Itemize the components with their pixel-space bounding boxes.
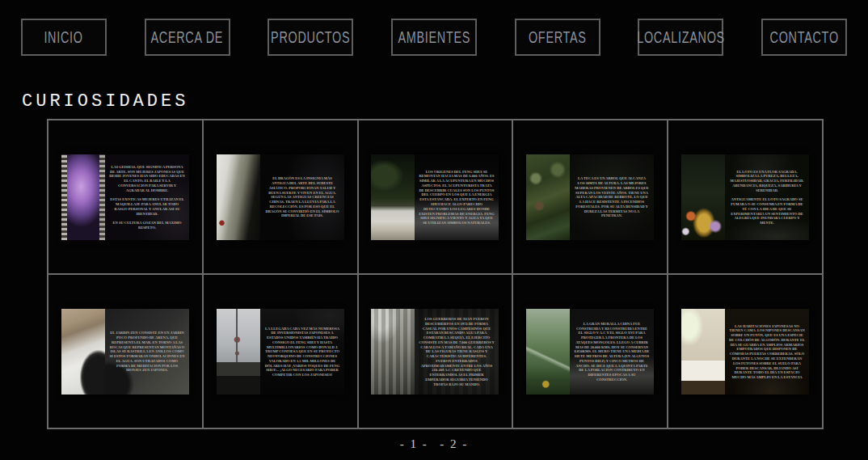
card-text-panel: LA LLEGADA CADA VEZ MÁS NUMEROSA DE INVE… — [260, 309, 344, 395]
curiosity-card-geishas: LAS GEISHAS, QUE SIGNIFICA PERSONA DE AR… — [61, 154, 189, 240]
terracotta-warriors-photo — [371, 309, 415, 395]
card-text: EL JARDIN ZEN CONSISTE EN UN JARDIN POCO… — [109, 331, 185, 373]
nav-productos-label: PRODUCTOS — [271, 28, 350, 47]
japanese-bedroom-photo — [681, 309, 725, 395]
card-text-panel: LA GRAN MURALLA CHINA FUE CONSTRUIDA Y R… — [570, 309, 654, 395]
great-wall-photo — [526, 309, 570, 395]
card-text-panel: LAS HABITACIONES JAPONESAS NO TIENEN CAM… — [725, 309, 809, 395]
nav-inicio[interactable]: INICIO — [21, 19, 107, 56]
grid-cell: LAS HABITACIONES JAPONESAS NO TIENEN CAM… — [668, 275, 822, 428]
curiosity-card-loto: EL LOTO ES UNA FLOR SAGRADA. SIMBOLIZA L… — [681, 154, 809, 240]
page-title: CURIOSIDADES — [22, 91, 868, 112]
shanghai-tower-photo — [217, 309, 260, 395]
nav-ofertas-label: OFERTAS — [529, 28, 587, 47]
card-text: LA GRAN MURALLA CHINA FUE CONSTRUIDA Y R… — [574, 321, 650, 382]
card-text: LOS ORIGENES DEL FENG SHUI SE REMONTAN H… — [419, 169, 495, 225]
asian-statue-photo — [217, 154, 260, 240]
curiosity-card-dragon: EL DRAGÓN ES LA INSIGNIA MÁS ANTIGUA DEL… — [217, 154, 344, 240]
grid-cell: EL DRAGÓN ES LA INSIGNIA MÁS ANTIGUA DEL… — [204, 120, 357, 273]
curiosity-card-inversionistas: LA LLEGADA CADA VEZ MÁS NUMEROSA DE INVE… — [217, 309, 344, 395]
grid-cell: LAS GEISHAS, QUE SIGNIFICA PERSONA DE AR… — [48, 120, 202, 273]
card-text: LOS GUERREROS DE XIAN FUERON DESCUBIERTO… — [419, 316, 495, 386]
curiosities-grid: LAS GEISHAS, QUE SIGNIFICA PERSONA DE AR… — [47, 119, 824, 429]
curiosity-card-teca: LA TECA ES UN ARBOL QUE ALCANZA LOS 30MT… — [526, 154, 654, 240]
card-text-panel: LOS GUERREROS DE XIAN FUERON DESCUBIERTO… — [415, 309, 499, 395]
nav-inicio-label: INICIO — [44, 28, 83, 47]
grid-cell: EL LOTO ES UNA FLOR SAGRADA. SIMBOLIZA L… — [668, 120, 822, 273]
grid-cell: LA LLEGADA CADA VEZ MÁS NUMEROSA DE INVE… — [204, 275, 357, 428]
pagination: - 1 - - 2 - — [0, 437, 868, 451]
nav-localizanos[interactable]: LOCALIZANOS — [638, 19, 723, 56]
page-link-2[interactable]: - 2 - — [440, 437, 468, 450]
grid-cell: LOS GUERREROS DE XIAN FUERON DESCUBIERTO… — [359, 275, 512, 428]
curiosity-card-guerreros-xian: LOS GUERREROS DE XIAN FUERON DESCUBIERTO… — [371, 309, 499, 395]
nav-acerca-de-label: ACERCA DE — [151, 28, 224, 47]
card-text-panel: EL DRAGÓN ES LA INSIGNIA MÁS ANTIGUA DEL… — [260, 154, 344, 240]
nav-productos[interactable]: PRODUCTOS — [268, 19, 353, 56]
curiosity-card-feng-shui: LOS ORIGENES DEL FENG SHUI SE REMONTAN H… — [371, 154, 499, 240]
card-text: EL LOTO ES UNA FLOR SAGRADA. SIMBOLIZA L… — [729, 169, 805, 225]
card-text: LA TECA ES UN ARBOL QUE ALCANZA LOS 30MT… — [574, 176, 650, 218]
main-nav: INICIO ACERCA DE PRODUCTOS AMBIENTES OFE… — [0, 0, 868, 56]
nav-ofertas[interactable]: OFERTAS — [515, 19, 600, 56]
grid-cell: LOS ORIGENES DEL FENG SHUI SE REMONTAN H… — [359, 120, 512, 273]
grid-cell: LA GRAN MURALLA CHINA FUE CONSTRUIDA Y R… — [513, 275, 667, 428]
curiosity-card-muralla-china: LA GRAN MURALLA CHINA FUE CONSTRUIDA Y R… — [526, 309, 654, 395]
card-text-panel: LA TECA ES UN ARBOL QUE ALCANZA LOS 30MT… — [570, 154, 654, 240]
nav-contacto-label: CONTACTO — [769, 28, 838, 47]
curiosity-card-habitaciones: LAS HABITACIONES JAPONESAS NO TIENEN CAM… — [681, 309, 809, 395]
nav-contacto[interactable]: CONTACTO — [761, 19, 847, 56]
card-text-panel: LOS ORIGENES DEL FENG SHUI SE REMONTAN H… — [415, 154, 499, 240]
card-text: EL DRAGÓN ES LA INSIGNIA MÁS ANTIGUA DEL… — [264, 176, 340, 218]
zen-garden-photo — [61, 309, 105, 395]
card-text-panel: EL JARDIN ZEN CONSISTE EN UN JARDIN POCO… — [105, 309, 189, 395]
card-text-panel: EL LOTO ES UNA FLOR SAGRADA. SIMBOLIZA L… — [725, 154, 809, 240]
lotus-buddha-photo — [681, 154, 725, 240]
card-text-panel: LAS GEISHAS, QUE SIGNIFICA PERSONA DE AR… — [105, 154, 189, 240]
grid-cell: LA TECA ES UN ARBOL QUE ALCANZA LOS 30MT… — [513, 120, 667, 273]
grid-cell: EL JARDIN ZEN CONSISTE EN UN JARDIN POCO… — [48, 275, 202, 428]
garden-furniture-photo — [371, 154, 415, 240]
nav-acerca-de[interactable]: ACERCA DE — [145, 19, 230, 56]
geisha-photo — [61, 154, 105, 240]
card-text: LA LLEGADA CADA VEZ MÁS NUMEROSA DE INVE… — [264, 326, 340, 377]
curiosity-card-jardin-zen: EL JARDIN ZEN CONSISTE EN UN JARDIN POCO… — [61, 309, 189, 395]
card-text: LAS GEISHAS, QUE SIGNIFICA PERSONA DE AR… — [109, 164, 185, 230]
jungle-photo — [526, 154, 570, 240]
nav-ambientes[interactable]: AMBIENTES — [391, 19, 477, 56]
nav-localizanos-label: LOCALIZANOS — [637, 28, 725, 47]
card-text: LAS HABITACIONES JAPONESAS NO TIENEN CAM… — [729, 323, 805, 379]
nav-ambientes-label: AMBIENTES — [398, 28, 470, 47]
page-link-1[interactable]: - 1 - — [400, 437, 428, 450]
